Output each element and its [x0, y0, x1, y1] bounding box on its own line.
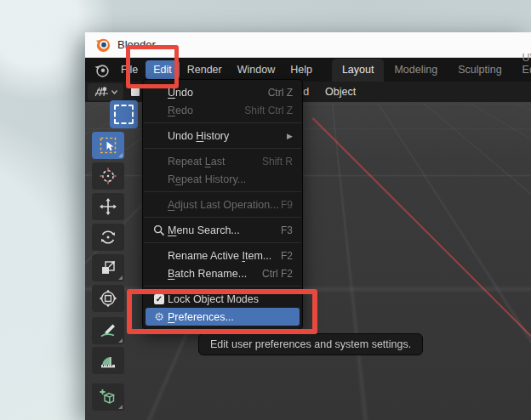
- menu-item-label: Preferences...: [168, 311, 234, 323]
- menu-item-adjust-last-operation: Adjust Last Operation...F9: [146, 196, 300, 213]
- menu-item-undo[interactable]: UndoCtrl Z: [146, 83, 300, 101]
- menu-item-label: Batch Rename...: [168, 268, 247, 280]
- viewport-menu-object[interactable]: Object: [325, 82, 356, 102]
- gear-icon: ⚙: [151, 311, 168, 322]
- tooltip-text: Edit user preferences and system setting…: [210, 338, 411, 350]
- chevron-down-icon: [111, 90, 117, 94]
- blender-app-menu-icon[interactable]: [93, 61, 110, 78]
- tool-add-cube-button[interactable]: [92, 383, 124, 411]
- tool-transform-button[interactable]: [92, 285, 124, 312]
- menu-item-label: Lock Object Modes: [168, 293, 259, 305]
- viewport-editor-icon: [94, 86, 110, 98]
- menu-file[interactable]: File: [113, 60, 146, 79]
- rotate-icon: [99, 228, 117, 247]
- tab-sculpting[interactable]: Sculpting: [448, 59, 511, 82]
- menu-separator: [144, 119, 301, 127]
- tooltip: Edit user preferences and system setting…: [198, 333, 423, 355]
- menu-separator: [144, 239, 301, 247]
- menu-item-label: Repeat History...: [168, 173, 246, 185]
- tool-submenu-corner: [118, 153, 123, 157]
- menu-separator: [144, 145, 301, 152]
- tab-uv-editing[interactable]: UV Editing: [512, 47, 531, 82]
- workspace-tabs: LayoutModelingSculptingUV Editing: [332, 58, 531, 82]
- checkbox-checked-icon: ✓: [151, 294, 168, 304]
- desktop: Blender FileEditRenderWindowHelp LayoutM…: [0, 0, 531, 420]
- menu-item-rename-active-item[interactable]: Rename Active Item...F2: [146, 247, 300, 264]
- active-tool-select-box-chip[interactable]: [110, 100, 138, 128]
- menu-separator: [144, 282, 301, 290]
- menu-item-shortcut: Shift R: [262, 156, 293, 167]
- menu-item-shortcut: F2: [281, 250, 293, 262]
- menu-item-preferences[interactable]: ⚙Preferences...: [146, 308, 300, 326]
- window-titlebar[interactable]: Blender: [85, 32, 531, 58]
- menu-item-label: Undo: [168, 87, 193, 99]
- select-box-icon: [99, 136, 117, 155]
- menu-item-redo: RedoShift Ctrl Z: [146, 101, 300, 119]
- tool-select-box-button[interactable]: [92, 132, 124, 159]
- menu-item-repeat-history: Repeat History...: [146, 170, 300, 188]
- menu-item-label: Menu Search...: [168, 224, 240, 236]
- topbar: FileEditRenderWindowHelp LayoutModelingS…: [85, 58, 531, 82]
- menu-separator: [144, 188, 301, 196]
- tool-submenu-corner: [118, 275, 123, 280]
- tool-measure-button[interactable]: [92, 347, 124, 374]
- menu-item-label: Undo History: [168, 130, 229, 142]
- move-icon: [99, 197, 117, 216]
- menu-item-repeat-last: Repeat LastShift R: [146, 152, 300, 170]
- cursor-icon: [99, 167, 117, 185]
- menu-item-shortcut: F9: [281, 199, 293, 211]
- menu-item-batch-rename[interactable]: Batch Rename...Ctrl F2: [146, 264, 300, 282]
- mode-selector-button[interactable]: [128, 85, 141, 98]
- tool-move-button[interactable]: [92, 193, 124, 220]
- measure-icon: [99, 351, 117, 370]
- menu-render[interactable]: Render: [180, 60, 230, 79]
- menu-separator: [144, 213, 301, 221]
- edit-menu-dropdown: UndoCtrl ZRedoShift Ctrl ZUndo History▶R…: [142, 79, 303, 330]
- menu-item-shortcut: Shift Ctrl Z: [244, 105, 293, 116]
- menu-item-lock-object-modes[interactable]: ✓Lock Object Modes: [146, 290, 300, 308]
- tool-scale-button[interactable]: [92, 254, 124, 281]
- menu-bar: FileEditRenderWindowHelp: [113, 60, 320, 79]
- menu-item-shortcut: Ctrl F2: [262, 268, 293, 280]
- tool-rotate-button[interactable]: [92, 224, 124, 251]
- tab-modeling[interactable]: Modeling: [384, 59, 448, 82]
- blender-window: Blender FileEditRenderWindowHelp LayoutM…: [85, 32, 531, 420]
- annotate-icon: [99, 321, 117, 340]
- submenu-arrow-icon: ▶: [287, 132, 293, 140]
- menu-item-shortcut: F3: [281, 224, 293, 236]
- menu-item-label: Rename Active Item...: [168, 250, 271, 262]
- add-cube-icon: [99, 388, 117, 406]
- tool-submenu-corner: [118, 338, 123, 343]
- menu-edit[interactable]: Edit: [146, 60, 180, 79]
- blender-logo-icon: [94, 37, 111, 53]
- editor-type-button[interactable]: [88, 83, 123, 100]
- menu-help[interactable]: Help: [283, 60, 320, 79]
- object-mode-icon: [131, 88, 140, 96]
- tab-layout[interactable]: Layout: [332, 59, 385, 82]
- menu-item-label: Redo: [168, 105, 193, 116]
- tool-submenu-corner: [118, 405, 123, 409]
- window-title: Blender: [117, 38, 156, 51]
- tool-cursor-button[interactable]: [92, 162, 124, 190]
- menu-item-menu-search[interactable]: Menu Search...F3: [146, 221, 300, 239]
- tool-annotate-button[interactable]: [92, 317, 124, 344]
- menu-item-shortcut: Ctrl Z: [268, 87, 293, 99]
- menu-window[interactable]: Window: [230, 60, 283, 79]
- transform-icon: [99, 289, 117, 308]
- scale-icon: [99, 258, 117, 277]
- search-icon: [151, 224, 168, 236]
- toolbar: [92, 132, 124, 414]
- select-box-icon: [114, 105, 134, 124]
- menu-item-label: Adjust Last Operation...: [168, 199, 279, 211]
- menu-item-label: Repeat Last: [168, 156, 225, 167]
- menu-item-undo-history[interactable]: Undo History▶: [146, 127, 300, 145]
